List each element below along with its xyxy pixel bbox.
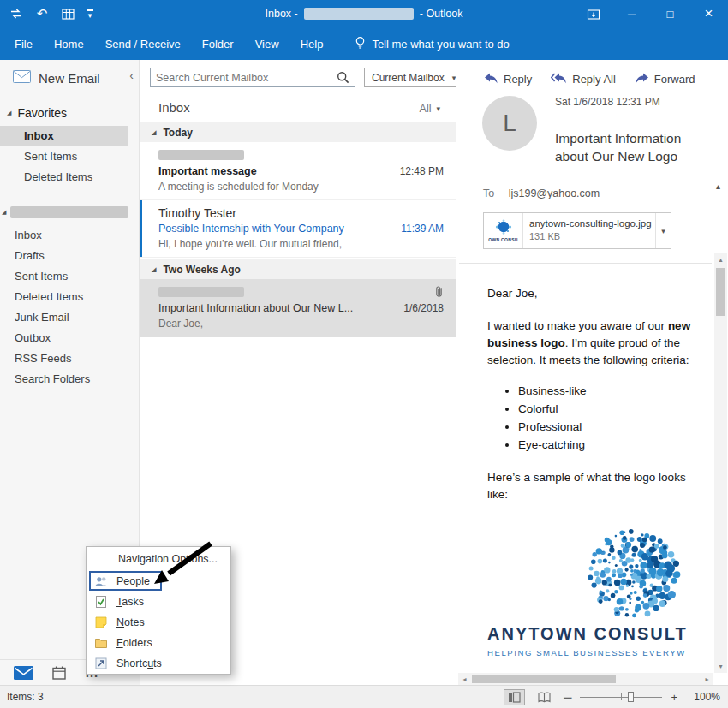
tell-me-label: Tell me what you want to do (372, 38, 509, 51)
criteria-item: Professional (518, 419, 700, 436)
message-row-1[interactable]: Important message 12:48 PM A meeting is … (140, 142, 456, 200)
zoom-level[interactable]: 100% (686, 691, 720, 703)
attachment-thumbnail: OWN CONSU (484, 213, 523, 248)
window-title-left: Inbox - (266, 8, 298, 20)
favorites-inbox[interactable]: Inbox (0, 126, 128, 146)
mail-icon[interactable] (14, 666, 33, 680)
folder-outbox[interactable]: Outbox (0, 328, 128, 348)
filter-dropdown[interactable]: All ▾ (420, 103, 440, 115)
zoom-slider[interactable] (580, 691, 662, 703)
zoom-slider-center-mark (621, 693, 622, 700)
popup-item-label: Folders (116, 637, 152, 649)
folder-drafts[interactable]: Drafts (0, 246, 128, 266)
minimize-button[interactable]: ─ (612, 0, 651, 27)
folder-rss-feeds[interactable]: RSS Feeds (0, 348, 128, 369)
criteria-item: Colorful (518, 401, 700, 418)
group-header-two-weeks-ago[interactable]: ◢ Two Weeks Ago (140, 259, 456, 279)
sender-avatar[interactable]: L (482, 96, 537, 151)
zoom-slider-thumb[interactable] (628, 692, 634, 702)
collapse-header-icon[interactable]: ▴ (716, 181, 720, 191)
attachment-dropdown-icon[interactable]: ▾ (655, 213, 671, 248)
vertical-scrollbar[interactable]: ▴ ▾ (714, 253, 727, 673)
popup-item-label: Notes (116, 616, 145, 628)
quick-access-toolbar: ↶ ▾ (0, 6, 93, 21)
account-folder-list: Inbox Drafts Sent Items Deleted Items Ju… (0, 225, 139, 390)
popup-item-folders[interactable]: Folders (87, 633, 230, 653)
search-scope-value: Current Mailbox (372, 72, 445, 84)
normal-view-button[interactable] (504, 689, 525, 705)
criteria-item: Eye-catching (518, 437, 700, 454)
folder-sent-items[interactable]: Sent Items (0, 266, 128, 287)
scroll-right-icon[interactable]: ▸ (701, 675, 713, 683)
undo-icon[interactable]: ↶ (35, 6, 49, 21)
redacted-sender (158, 287, 244, 297)
folder-inbox[interactable]: Inbox (0, 225, 128, 246)
zoom-out-button[interactable]: ─ (564, 691, 571, 704)
reply-button[interactable]: Reply (484, 72, 532, 86)
close-button[interactable]: × (689, 0, 728, 27)
search-scope-dropdown[interactable]: Current Mailbox ▾ (364, 68, 463, 87)
tell-me-box[interactable]: Tell me what you want to do (355, 36, 509, 52)
message-row-3-selected[interactable]: Important Information about Our New L...… (140, 279, 456, 337)
message-preview: A meeting is scheduled for Monday (158, 181, 444, 193)
vertical-scrollbar-thumb[interactable] (716, 268, 725, 316)
logo-company-name: ANYTOWN CONSULT (487, 625, 713, 642)
popup-item-notes[interactable]: Notes (87, 612, 230, 633)
horizontal-scrollbar[interactable]: ◂ ▸ (458, 673, 713, 685)
body-greeting: Dear Joe, (487, 285, 700, 302)
new-email-envelope-icon (13, 70, 31, 86)
folder-search-folders[interactable]: Search Folders (0, 369, 128, 390)
forward-button[interactable]: Forward (635, 72, 695, 86)
message-subject: Possible Internship with Your Company (158, 223, 394, 235)
tab-file[interactable]: File (15, 38, 33, 51)
body-paragraph-1: I wanted to make you aware of our new bu… (487, 318, 700, 369)
scroll-down-icon[interactable]: ▾ (714, 660, 727, 673)
scroll-up-icon[interactable]: ▴ (714, 253, 727, 266)
zoom-in-button[interactable]: + (671, 691, 677, 704)
favorites-deleted-items[interactable]: Deleted Items (0, 167, 128, 187)
message-time: 11:39 AM (401, 223, 444, 235)
message-row-2[interactable]: Timothy Tester Possible Internship with … (140, 200, 456, 258)
popup-item-tasks[interactable]: Tasks (87, 592, 230, 612)
reading-view-button[interactable] (534, 689, 555, 705)
search-icon[interactable] (337, 71, 355, 84)
calendar-icon[interactable] (52, 666, 66, 680)
navigation-options-item[interactable]: Navigation Options... (87, 547, 230, 571)
tab-view[interactable]: View (255, 38, 279, 51)
send-receive-icon[interactable] (9, 6, 23, 21)
tasks-icon (94, 595, 108, 609)
expand-triangle-icon: ◢ (152, 129, 156, 136)
forward-label: Forward (654, 73, 695, 86)
popup-item-shortcuts[interactable]: Shortcuts (87, 653, 230, 674)
tab-folder[interactable]: Folder (202, 38, 234, 51)
maximize-button[interactable]: □ (651, 0, 689, 27)
reply-all-button[interactable]: Reply All (551, 72, 616, 86)
popup-item-people[interactable]: People (87, 571, 230, 592)
account-header[interactable]: ◢ (2, 206, 139, 218)
tab-home[interactable]: Home (54, 38, 84, 51)
search-input[interactable] (151, 72, 337, 84)
favorites-sent-items[interactable]: Sent Items (0, 146, 128, 167)
customize-toolbar-icon[interactable]: ▾ (87, 9, 93, 18)
attachment-card[interactable]: OWN CONSU anytown-consulting-logo.jpg 13… (483, 212, 671, 249)
group-header-today[interactable]: ◢ Today (140, 122, 456, 142)
scroll-left-icon[interactable]: ◂ (458, 675, 471, 683)
to-label: To (483, 187, 494, 199)
popup-item-label: Shortcuts (116, 657, 162, 669)
message-time: 12:48 PM (400, 165, 444, 177)
tab-send-receive[interactable]: Send / Receive (105, 38, 181, 51)
ribbon-display-options-icon[interactable] (574, 0, 612, 27)
folder-deleted-items[interactable]: Deleted Items (0, 287, 128, 307)
new-email-button[interactable]: New Email (13, 70, 100, 86)
titlebar: ↶ ▾ Inbox - - Outlook ─ □ × (0, 0, 728, 27)
horizontal-scrollbar-thumb[interactable] (472, 675, 616, 683)
attachment-thumb-logo (491, 219, 516, 236)
favorites-header[interactable]: ◢ Favorites (7, 106, 139, 120)
to-address[interactable]: ljs199@yahoo.com (509, 187, 600, 199)
address-book-grid-icon[interactable] (61, 6, 75, 21)
folder-junk-email[interactable]: Junk Email (0, 307, 128, 328)
tab-help[interactable]: Help (301, 38, 324, 51)
collapse-folder-pane-icon[interactable]: ‹ (129, 70, 134, 81)
reading-pane: Reply Reply All Forward L Sat 1/6/2018 1… (456, 60, 728, 685)
redacted-account-name (304, 8, 414, 20)
